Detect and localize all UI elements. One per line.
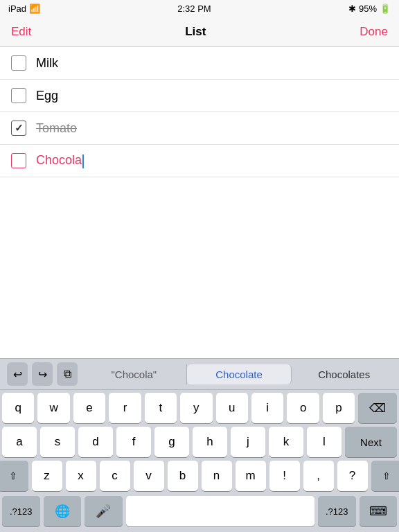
key-l[interactable]: l [307, 427, 342, 457]
edit-button[interactable]: Edit [11, 25, 31, 39]
list-area: Milk Egg Tomato Chocola [0, 47, 399, 177]
copy-button[interactable]: ⧉ [57, 362, 78, 386]
checkbox-tomato[interactable] [11, 121, 26, 136]
list-item-active: Chocola [0, 145, 399, 177]
keyboard-rows: q w e r t y u i o p ⌫ a s d f g h j k l … [0, 390, 399, 496]
item-label-milk: Milk [36, 56, 58, 71]
checkbox-chocola[interactable] [11, 153, 26, 168]
key-row-1: q w e r t y u i o p ⌫ [2, 393, 397, 423]
undo-button[interactable]: ↩ [7, 362, 28, 386]
key-question[interactable]: ? [337, 461, 368, 491]
key-g[interactable]: g [154, 427, 189, 457]
battery-icon: 🔋 [380, 3, 391, 14]
keyboard-hide-button[interactable]: ⌨ [360, 496, 398, 526]
text-cursor [82, 154, 84, 168]
checkbox-milk[interactable] [11, 55, 26, 71]
status-time: 2:32 PM [177, 3, 211, 14]
mic-button[interactable]: 🎤 [85, 496, 123, 526]
status-left: iPad 📶 [8, 3, 40, 14]
key-r[interactable]: r [109, 393, 141, 423]
key-b[interactable]: b [168, 461, 198, 491]
keyboard-hide-icon: ⌨ [369, 504, 387, 519]
battery-label: 95% [359, 3, 377, 14]
key-j[interactable]: j [231, 427, 265, 457]
next-button[interactable]: Next [345, 427, 397, 457]
key-p[interactable]: p [323, 393, 355, 423]
redo-button[interactable]: ↪ [32, 362, 53, 386]
mic-icon: 🎤 [96, 504, 111, 519]
globe-button[interactable]: 🌐 [44, 496, 82, 526]
shift-left-button[interactable]: ⇧ [0, 461, 28, 491]
checkbox-egg[interactable] [11, 88, 26, 103]
key-e[interactable]: e [73, 393, 105, 423]
key-row-2: a s d f g h j k l Next [2, 427, 397, 457]
key-u[interactable]: u [216, 393, 248, 423]
item-label-chocola: Chocola [36, 153, 84, 168]
key-o[interactable]: o [287, 393, 319, 423]
key-a[interactable]: a [2, 427, 37, 457]
suggestion-chocolates[interactable]: Chocolates [292, 364, 396, 384]
key-h[interactable]: h [193, 427, 227, 457]
key-q[interactable]: q [2, 393, 34, 423]
page-title: List [185, 25, 206, 39]
numeric-button-left[interactable]: .?123 [2, 496, 40, 526]
autocomplete-tools: ↩ ↪ ⧉ [3, 362, 82, 386]
key-exclamation[interactable]: ! [269, 461, 300, 491]
item-label-tomato: Tomato [36, 121, 77, 136]
key-k[interactable]: k [269, 427, 303, 457]
autocomplete-bar: ↩ ↪ ⧉ "Chocola" Chocolate Chocolates [0, 358, 399, 390]
suggestion-chocolate[interactable]: Chocolate [187, 364, 292, 384]
key-t[interactable]: t [145, 393, 177, 423]
item-label-egg: Egg [36, 89, 58, 103]
bluetooth-icon: ✱ [348, 3, 356, 14]
autocomplete-suggestions: "Chocola" Chocolate Chocolates [82, 364, 396, 384]
key-c[interactable]: c [100, 461, 130, 491]
backspace-button[interactable]: ⌫ [358, 393, 397, 423]
key-n[interactable]: n [202, 461, 232, 491]
key-v[interactable]: v [134, 461, 164, 491]
numeric-button-right[interactable]: .?123 [318, 496, 356, 526]
status-bar: iPad 📶 2:32 PM ✱ 95% 🔋 [0, 0, 399, 17]
key-m[interactable]: m [236, 461, 266, 491]
key-row-3: ⇧ z x c v b n m ! , ? ⇧ [2, 461, 397, 491]
shift-right-button[interactable]: ⇧ [371, 461, 400, 491]
done-button[interactable]: Done [360, 25, 388, 39]
list-item: Milk [0, 47, 399, 80]
key-i[interactable]: i [251, 393, 283, 423]
key-y[interactable]: y [180, 393, 212, 423]
globe-icon: 🌐 [55, 504, 70, 519]
key-s[interactable]: s [40, 427, 75, 457]
suggestion-quoted[interactable]: "Chocola" [82, 364, 187, 384]
list-item: Egg [0, 80, 399, 112]
key-comma[interactable]: , [303, 461, 334, 491]
key-f[interactable]: f [116, 427, 151, 457]
key-d[interactable]: d [78, 427, 113, 457]
device-label: iPad [8, 3, 26, 14]
key-w[interactable]: w [37, 393, 69, 423]
space-button[interactable] [126, 496, 315, 526]
list-item: Tomato [0, 112, 399, 145]
nav-bar: Edit List Done [0, 17, 399, 47]
wifi-icon: 📶 [29, 3, 40, 14]
status-right: ✱ 95% 🔋 [348, 3, 391, 14]
bottom-row: .?123 🌐 🎤 .?123 ⌨ [0, 496, 399, 532]
key-z[interactable]: z [32, 461, 62, 491]
key-x[interactable]: x [66, 461, 96, 491]
keyboard-area: ↩ ↪ ⧉ "Chocola" Chocolate Chocolates q w… [0, 358, 399, 532]
